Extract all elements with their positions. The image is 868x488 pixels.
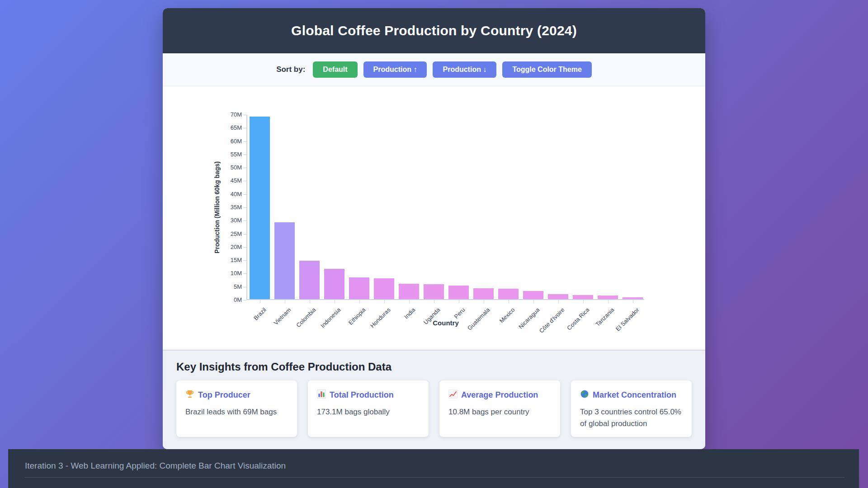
insight-title: Total Production: [330, 390, 394, 400]
x-tick-label-peru: Peru: [453, 306, 466, 320]
sort-production-asc-button[interactable]: Production ↑: [363, 61, 427, 78]
bar-brazil[interactable]: [250, 117, 270, 299]
x-tick-mark: [285, 300, 285, 303]
y-tick-label: 55M: [222, 151, 242, 158]
bar-chart: Production (Million 60kg bags) Country 0…: [163, 86, 705, 350]
page-title: Global Coffee Production by Country (202…: [291, 23, 577, 38]
x-tick-label-brazil: Brazil: [252, 306, 268, 322]
x-tick-label-nicaragua: Nicaragua: [517, 306, 541, 330]
insight-title: Average Production: [461, 390, 538, 400]
y-tick-label: 45M: [222, 177, 242, 184]
y-tick-mark: [243, 168, 246, 168]
line-chart-icon: [448, 389, 458, 401]
coffee-production-panel: Global Coffee Production by Country (202…: [163, 8, 705, 449]
y-tick-mark: [243, 300, 246, 300]
insight-title: Top Producer: [198, 390, 250, 400]
y-tick-label: 0M: [222, 296, 242, 304]
x-axis-title: Country: [433, 319, 459, 327]
bar-ethiopia[interactable]: [349, 277, 369, 299]
bar-uganda[interactable]: [424, 284, 444, 299]
bar-tanzania[interactable]: [598, 296, 618, 299]
sort-default-button[interactable]: Default: [313, 61, 357, 78]
y-tick-label: 60M: [222, 138, 242, 145]
x-tick-label-mexico: Mexico: [498, 306, 516, 324]
y-tick-mark: [243, 141, 246, 142]
x-tick-mark: [533, 300, 534, 303]
page-background: { "header": { "title": "Global Coffee Pr…: [0, 0, 868, 488]
insights-heading: Key Insights from Coffee Production Data: [176, 361, 692, 373]
insight-card-top-producer: Top Producer Brazil leads with 69M bags: [176, 380, 297, 437]
footer-divider: [25, 477, 844, 478]
x-tick-mark: [558, 300, 559, 303]
insight-text: 10.8M bags per country: [448, 406, 551, 418]
insights-section: Key Insights from Coffee Production Data…: [163, 350, 705, 449]
x-tick-label-costa-rica: Costa Rica: [566, 306, 591, 332]
y-tick-label: 35M: [222, 204, 242, 211]
y-tick-label: 50M: [222, 164, 242, 171]
x-tick-label-ethiopia: Ethiopia: [347, 306, 367, 326]
y-tick-mark: [243, 221, 246, 221]
y-tick-mark: [243, 128, 246, 128]
y-tick-label: 25M: [222, 230, 242, 238]
globe-icon: [580, 389, 589, 401]
insight-card-market-concentration: Market Concentration Top 3 countries con…: [571, 380, 692, 437]
x-tick-mark: [335, 300, 335, 303]
x-tick-mark: [359, 300, 360, 303]
toggle-color-theme-button[interactable]: Toggle Color Theme: [502, 61, 591, 78]
bar-nicaragua[interactable]: [523, 291, 543, 299]
bar-guatemala[interactable]: [473, 288, 494, 299]
y-tick-label: 15M: [222, 257, 242, 264]
sort-production-desc-button[interactable]: Production ↓: [433, 61, 496, 78]
footer: Iteration 3 - Web Learning Applied: Comp…: [8, 449, 859, 488]
trophy-icon: [185, 389, 194, 401]
y-tick-label: 5M: [222, 283, 242, 291]
y-tick-label: 10M: [222, 270, 242, 277]
y-tick-label: 30M: [222, 217, 242, 224]
x-tick-mark: [459, 300, 459, 303]
x-tick-label-c-te-d-ivoire: Côte d'Ivoire: [538, 306, 566, 334]
bar-el-salvador[interactable]: [623, 297, 643, 299]
y-tick-label: 40M: [222, 191, 242, 198]
y-tick-mark: [243, 287, 246, 287]
x-tick-mark: [384, 300, 385, 303]
y-tick-mark: [243, 247, 246, 248]
y-tick-label: 70M: [222, 111, 242, 118]
bar-india[interactable]: [399, 284, 419, 299]
bar-honduras[interactable]: [374, 278, 394, 299]
insight-card-total-production: Total Production 173.1M bags globally: [308, 380, 429, 437]
bar-peru[interactable]: [448, 286, 469, 299]
y-tick-mark: [243, 181, 246, 181]
x-tick-label-guatemala: Guatemala: [466, 306, 491, 332]
y-tick-mark: [243, 207, 246, 208]
bar-vietnam[interactable]: [274, 222, 295, 299]
bar-mexico[interactable]: [498, 289, 519, 299]
bar-costa-rica[interactable]: [573, 295, 593, 299]
insight-cards: Top Producer Brazil leads with 69M bags …: [176, 380, 692, 437]
x-tick-mark: [633, 300, 633, 303]
x-tick-label-honduras: Honduras: [369, 306, 392, 329]
y-tick-mark: [243, 260, 246, 261]
x-tick-mark: [583, 300, 584, 303]
x-tick-mark: [409, 300, 410, 303]
insight-text: Brazil leads with 69M bags: [185, 406, 288, 418]
bar-chart-icon: [317, 389, 326, 401]
x-tick-mark: [608, 300, 609, 303]
x-tick-label-vietnam: Vietnam: [272, 306, 292, 326]
insight-card-average-production: Average Production 10.8M bags per countr…: [439, 380, 560, 437]
bar-indonesia[interactable]: [324, 269, 344, 299]
y-tick-label: 65M: [222, 124, 242, 131]
x-tick-mark: [310, 300, 310, 303]
y-tick-mark: [243, 273, 246, 274]
x-tick-label-indonesia: Indonesia: [319, 306, 342, 329]
x-tick-label-el-salvador: El Salvador: [614, 306, 640, 333]
y-tick-mark: [243, 194, 246, 195]
insight-text: 173.1M bags globally: [317, 406, 420, 418]
sort-by-label: Sort by:: [276, 65, 305, 74]
insight-text: Top 3 countries control 65.0% of global …: [580, 406, 683, 430]
insight-title: Market Concentration: [593, 390, 676, 400]
bar-c-te-d-ivoire[interactable]: [548, 294, 568, 299]
y-tick-mark: [243, 115, 246, 115]
footer-caption: Iteration 3 - Web Learning Applied: Comp…: [8, 449, 859, 471]
x-tick-label-colombia: Colombia: [295, 306, 317, 328]
bar-colombia[interactable]: [299, 261, 320, 299]
